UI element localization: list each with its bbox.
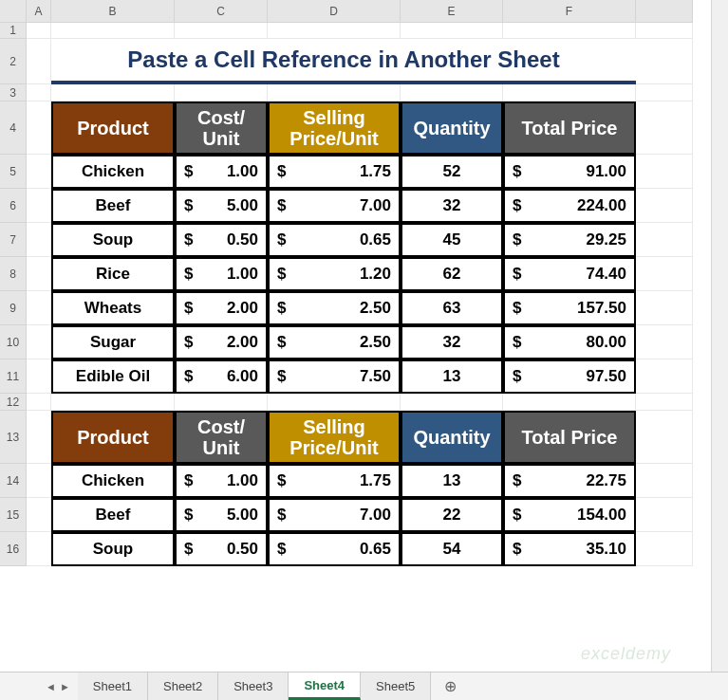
cell-A12[interactable] <box>27 394 51 411</box>
cell-x10[interactable] <box>636 325 693 359</box>
row-header-6[interactable]: 6 <box>0 189 27 223</box>
product-cell[interactable]: Edible Oil <box>51 359 175 394</box>
product-cell[interactable]: Beef <box>51 498 175 532</box>
cell-x6[interactable] <box>636 189 693 223</box>
header-total[interactable]: Total Price <box>503 411 636 464</box>
cell-x5[interactable] <box>636 155 693 189</box>
cell-E3[interactable] <box>401 84 503 101</box>
selling-cell[interactable]: $7.50 <box>268 359 401 394</box>
cell-F12[interactable] <box>503 394 636 411</box>
selling-cell[interactable]: $1.20 <box>268 257 401 291</box>
tab-nav-arrows[interactable]: ◄ ► <box>38 672 78 700</box>
header-selling[interactable]: SellingPrice/Unit <box>268 101 401 155</box>
row-header-9[interactable]: 9 <box>0 291 27 325</box>
selling-cell[interactable]: $0.65 <box>268 532 401 566</box>
product-cell[interactable]: Beef <box>51 189 175 223</box>
total-cell[interactable]: $97.50 <box>503 359 636 394</box>
quantity-cell[interactable]: 13 <box>401 464 503 498</box>
cell-A9[interactable] <box>27 291 51 325</box>
quantity-cell[interactable]: 52 <box>401 155 503 189</box>
quantity-cell[interactable]: 32 <box>401 325 503 359</box>
cell-x16[interactable] <box>636 532 693 566</box>
cell-E1[interactable] <box>401 23 503 39</box>
product-cell[interactable]: Rice <box>51 257 175 291</box>
cell-D1[interactable] <box>268 23 401 39</box>
total-cell[interactable]: $224.00 <box>503 189 636 223</box>
cell-F3[interactable] <box>503 84 636 101</box>
row-header-4[interactable]: 4 <box>0 101 27 155</box>
cell-A16[interactable] <box>27 532 51 566</box>
cell-x15[interactable] <box>636 498 693 532</box>
row-header-15[interactable]: 15 <box>0 498 27 532</box>
cell-x11[interactable] <box>636 359 693 394</box>
column-header-F[interactable]: F <box>503 0 636 23</box>
sheet-tab-sheet1[interactable]: Sheet1 <box>78 672 148 700</box>
cost-cell[interactable]: $1.00 <box>175 257 268 291</box>
row-header-7[interactable]: 7 <box>0 223 27 257</box>
select-all-corner[interactable] <box>0 0 27 23</box>
total-cell[interactable]: $157.50 <box>503 291 636 325</box>
row-header-12[interactable]: 12 <box>0 394 27 411</box>
column-header-D[interactable]: D <box>268 0 401 23</box>
header-product[interactable]: Product <box>51 411 175 464</box>
row-header-8[interactable]: 8 <box>0 257 27 291</box>
cell-A10[interactable] <box>27 325 51 359</box>
cell-A7[interactable] <box>27 223 51 257</box>
cost-cell[interactable]: $2.00 <box>175 291 268 325</box>
quantity-cell[interactable]: 62 <box>401 257 503 291</box>
sheet-tab-sheet3[interactable]: Sheet3 <box>218 672 289 700</box>
cell-A13[interactable] <box>27 411 51 464</box>
cell-A6[interactable] <box>27 189 51 223</box>
header-cost[interactable]: Cost/Unit <box>175 411 268 464</box>
sheet-tab-sheet2[interactable]: Sheet2 <box>148 672 218 700</box>
row-header-3[interactable]: 3 <box>0 84 27 101</box>
cell-x8[interactable] <box>636 257 693 291</box>
cell-A4[interactable] <box>27 101 51 155</box>
cell-D12[interactable] <box>268 394 401 411</box>
quantity-cell[interactable]: 54 <box>401 532 503 566</box>
selling-cell[interactable]: $0.65 <box>268 223 401 257</box>
cost-cell[interactable]: $1.00 <box>175 155 268 189</box>
cell-x7[interactable] <box>636 223 693 257</box>
cell-x12[interactable] <box>636 394 693 411</box>
cell-x13[interactable] <box>636 411 693 464</box>
product-cell[interactable]: Wheats <box>51 291 175 325</box>
product-cell[interactable]: Sugar <box>51 325 175 359</box>
cell-E12[interactable] <box>401 394 503 411</box>
cost-cell[interactable]: $1.00 <box>175 464 268 498</box>
cell-B3[interactable] <box>51 84 175 101</box>
cell-F1[interactable] <box>503 23 636 39</box>
quantity-cell[interactable]: 63 <box>401 291 503 325</box>
selling-cell[interactable]: $1.75 <box>268 155 401 189</box>
vertical-scrollbar[interactable] <box>711 0 728 672</box>
row-header-11[interactable]: 11 <box>0 359 27 394</box>
cost-cell[interactable]: $0.50 <box>175 532 268 566</box>
quantity-cell[interactable]: 32 <box>401 189 503 223</box>
cell-B12[interactable] <box>51 394 175 411</box>
total-cell[interactable]: $91.00 <box>503 155 636 189</box>
quantity-cell[interactable]: 13 <box>401 359 503 394</box>
cell-x14[interactable] <box>636 464 693 498</box>
column-header-B[interactable]: B <box>51 0 175 23</box>
cell-C1[interactable] <box>175 23 268 39</box>
selling-cell[interactable]: $2.50 <box>268 291 401 325</box>
column-header-C[interactable]: C <box>175 0 268 23</box>
cost-cell[interactable]: $0.50 <box>175 223 268 257</box>
header-total[interactable]: Total Price <box>503 101 636 155</box>
total-cell[interactable]: $74.40 <box>503 257 636 291</box>
total-cell[interactable]: $29.25 <box>503 223 636 257</box>
row-header-16[interactable]: 16 <box>0 532 27 566</box>
column-header-x[interactable] <box>636 0 693 23</box>
row-header-13[interactable]: 13 <box>0 411 27 464</box>
cell-A15[interactable] <box>27 498 51 532</box>
row-header-10[interactable]: 10 <box>0 325 27 359</box>
cell-A5[interactable] <box>27 155 51 189</box>
total-cell[interactable]: $35.10 <box>503 532 636 566</box>
product-cell[interactable]: Chicken <box>51 155 175 189</box>
add-sheet-button[interactable]: ⊕ <box>431 672 470 700</box>
sheet-tab-sheet4[interactable]: Sheet4 <box>289 672 361 700</box>
column-header-E[interactable]: E <box>401 0 503 23</box>
cost-cell[interactable]: $5.00 <box>175 498 268 532</box>
quantity-cell[interactable]: 45 <box>401 223 503 257</box>
cell-B1[interactable] <box>51 23 175 39</box>
